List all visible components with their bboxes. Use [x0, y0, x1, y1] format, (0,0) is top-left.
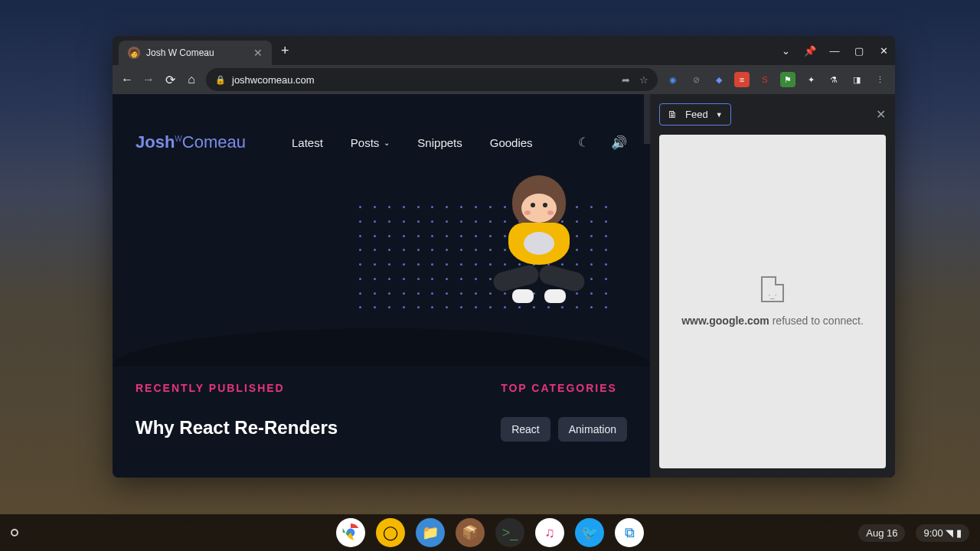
- error-message: www.google.com refused to connect.: [681, 315, 864, 327]
- extension-icon[interactable]: S: [757, 72, 773, 87]
- twitter-icon[interactable]: 🐦: [575, 518, 604, 547]
- wifi-icon: ◥: [946, 527, 953, 539]
- url-text: joshwcomeau.com: [232, 74, 315, 86]
- section-heading-categories: TOP CATEGORIES: [501, 382, 627, 394]
- extension-icon[interactable]: ≡: [734, 72, 750, 87]
- content-area: JoshWComeau Latest Posts ⌄ Snippets Good…: [113, 94, 895, 478]
- site-nav: Latest Posts ⌄ Snippets Goodies: [292, 136, 533, 149]
- close-panel-icon[interactable]: ✕: [876, 107, 886, 122]
- browser-toolbar: ← → ⟳ ⌂ 🔒 joshwcomeau.com ➦ ☆ ◉ ⊘ ◆ ≡ S …: [113, 65, 895, 94]
- lock-icon: 🔒: [215, 75, 226, 85]
- extensions-area: ◉ ⊘ ◆ ≡ S ⚑ ✦ ⚗ ◨ ⋮: [665, 72, 887, 87]
- labs-icon[interactable]: ⚗: [826, 72, 841, 87]
- nav-snippets[interactable]: Snippets: [417, 136, 462, 149]
- favicon-icon: 🧑: [128, 47, 140, 59]
- terminal-icon[interactable]: >_: [495, 518, 524, 547]
- share-icon[interactable]: ➦: [622, 74, 630, 86]
- battery-icon: ▮: [956, 527, 962, 539]
- section-heading-recent: RECENTLY PUBLISHED: [136, 382, 439, 394]
- system-tray: Aug 16 9:00 ◥ ▮: [858, 524, 969, 542]
- nav-goodies[interactable]: Goodies: [490, 136, 533, 149]
- extension-icon[interactable]: ◉: [665, 72, 681, 87]
- broken-page-icon: [761, 276, 784, 302]
- side-panel-icon[interactable]: ◨: [849, 72, 864, 87]
- launcher-icon[interactable]: [11, 529, 18, 536]
- home-button[interactable]: ⌂: [185, 73, 198, 86]
- feed-selector[interactable]: 🗎 Feed ▼: [659, 103, 731, 126]
- chrome-icon[interactable]: [336, 518, 365, 547]
- browser-tab[interactable]: 🧑 Josh W Comeau ✕: [119, 41, 272, 65]
- panel-content: www.google.com refused to connect.: [659, 135, 886, 468]
- music-icon[interactable]: ♫: [535, 518, 564, 547]
- sound-icon[interactable]: 🔊: [611, 135, 627, 151]
- scrollbar[interactable]: [644, 94, 650, 144]
- chevron-down-icon: ⌄: [384, 139, 390, 147]
- webpage: JoshWComeau Latest Posts ⌄ Snippets Good…: [113, 94, 650, 478]
- tag-react[interactable]: React: [501, 417, 550, 442]
- site-logo[interactable]: JoshWComeau: [136, 132, 246, 152]
- side-panel: 🗎 Feed ▼ ✕ www.google.com refused to con…: [650, 94, 895, 478]
- article-title[interactable]: Why React Re-Renders: [136, 417, 439, 439]
- close-window-icon[interactable]: ✕: [878, 45, 889, 57]
- dark-mode-icon[interactable]: ☾: [578, 135, 590, 151]
- forward-button[interactable]: →: [142, 73, 155, 86]
- extension-icon[interactable]: ⚑: [780, 72, 795, 87]
- files-icon[interactable]: 📁: [416, 518, 445, 547]
- document-icon: 🗎: [668, 109, 678, 120]
- tab-title: Josh W Comeau: [146, 47, 247, 58]
- window-controls: ⌄ 📌 — ▢ ✕: [780, 45, 889, 57]
- extension-icon[interactable]: ⊘: [688, 72, 704, 87]
- new-tab-button[interactable]: +: [281, 43, 289, 59]
- pin-icon[interactable]: 📌: [805, 45, 815, 57]
- nav-latest[interactable]: Latest: [292, 136, 323, 149]
- date-display[interactable]: Aug 16: [858, 524, 905, 542]
- extension-icon[interactable]: ◆: [711, 72, 727, 87]
- minimize-icon[interactable]: —: [829, 45, 840, 57]
- hero-section: [113, 175, 650, 367]
- site-header: JoshWComeau Latest Posts ⌄ Snippets Good…: [113, 94, 650, 175]
- chevron-down-icon[interactable]: ⌄: [780, 45, 791, 57]
- nav-posts[interactable]: Posts ⌄: [351, 136, 390, 149]
- reload-button[interactable]: ⟳: [163, 73, 177, 87]
- close-tab-icon[interactable]: ✕: [253, 47, 263, 59]
- address-bar[interactable]: 🔒 joshwcomeau.com ➦ ☆: [206, 68, 658, 91]
- extensions-menu-icon[interactable]: ✦: [803, 72, 818, 87]
- chrome-window: 🧑 Josh W Comeau ✕ + ⌄ 📌 — ▢ ✕ ← → ⟳ ⌂ 🔒 …: [113, 36, 895, 478]
- bookmark-icon[interactable]: ☆: [639, 74, 648, 86]
- taskbar: ◯ 📁 📦 >_ ♫ 🐦 ⧉ Aug 16 9:00 ◥ ▮: [0, 514, 980, 551]
- avatar-illustration: [482, 175, 596, 336]
- vscode-icon[interactable]: ⧉: [615, 518, 644, 547]
- back-button[interactable]: ←: [120, 73, 134, 86]
- app-icon[interactable]: 📦: [456, 518, 485, 547]
- menu-icon[interactable]: ⋮: [872, 72, 887, 87]
- app-icon[interactable]: ◯: [376, 518, 405, 547]
- chevron-down-icon: ▼: [716, 111, 723, 119]
- maximize-icon[interactable]: ▢: [854, 45, 864, 57]
- time-status[interactable]: 9:00 ◥ ▮: [916, 524, 969, 542]
- tag-animation[interactable]: Animation: [558, 417, 627, 442]
- dock: ◯ 📁 📦 >_ ♫ 🐦 ⧉: [336, 518, 644, 547]
- titlebar: 🧑 Josh W Comeau ✕ + ⌄ 📌 — ▢ ✕: [113, 36, 895, 65]
